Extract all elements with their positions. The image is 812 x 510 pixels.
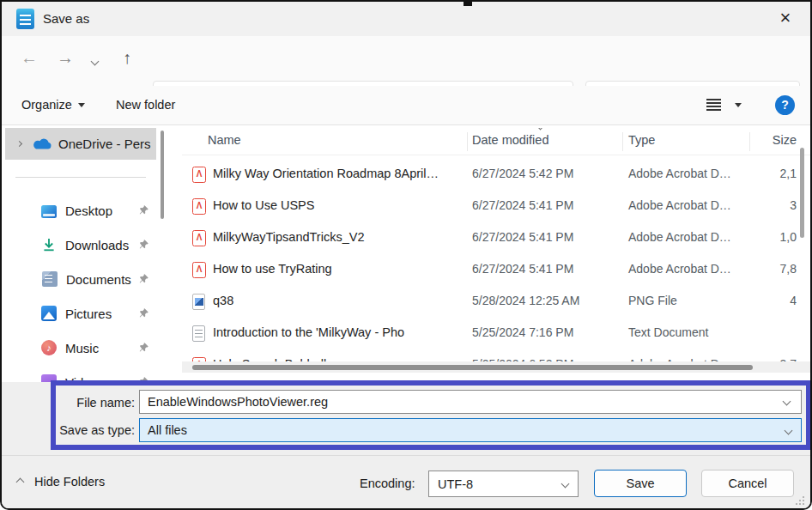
forward-icon[interactable]: → <box>57 48 74 68</box>
sidebar-item-label: OneDrive - Pers <box>58 137 151 151</box>
hide-folders-button[interactable]: Hide Folders <box>17 475 105 489</box>
screen-artifact <box>464 2 472 6</box>
onedrive-cloud-icon <box>32 137 52 150</box>
pin-icon[interactable] <box>138 204 149 216</box>
navigation-bar: ← → ↑ Documents <box>2 36 810 86</box>
up-icon[interactable]: ↑ <box>123 48 131 68</box>
folder-sidebar: OneDrive - Pers Desktop Downloads Docume… <box>2 128 158 382</box>
png-file-icon <box>192 294 205 310</box>
column-header-type[interactable]: Type <box>628 133 655 147</box>
file-name-input[interactable] <box>139 390 802 414</box>
column-header-size[interactable]: Size <box>747 133 797 147</box>
resize-grip[interactable] <box>795 495 805 506</box>
videos-icon <box>41 374 57 382</box>
desktop-icon <box>41 205 57 218</box>
column-header-name[interactable]: Name <box>208 133 241 147</box>
file-list: Name Date modified Type Size Λ Milky Way… <box>182 128 812 373</box>
expand-chevron-icon[interactable] <box>16 141 22 147</box>
sidebar-item-videos[interactable]: Videos <box>2 365 158 382</box>
column-divider <box>749 132 750 151</box>
sidebar-divider <box>15 177 146 178</box>
encoding-value: UTF-8 <box>438 477 473 491</box>
sidebar-item-onedrive[interactable]: OneDrive - Pers <box>5 128 156 160</box>
sort-descending-icon <box>536 128 545 130</box>
file-name-label: File name: <box>32 396 135 410</box>
sidebar-vertical-scrollbar[interactable] <box>160 131 165 371</box>
help-icon[interactable]: ? <box>775 95 795 115</box>
pin-icon[interactable] <box>138 273 149 284</box>
file-row[interactable]: Λ MilkyWayTipsandTricks_V2 6/27/2024 5:4… <box>182 222 812 254</box>
sidebar-item-pictures[interactable]: Pictures <box>2 296 158 331</box>
title-bar: Save as × <box>2 2 810 36</box>
hide-folders-label: Hide Folders <box>34 475 105 489</box>
documents-icon <box>42 271 58 287</box>
pdf-file-icon: Λ <box>192 262 206 278</box>
encoding-chevron-icon <box>561 480 570 489</box>
file-row[interactable]: Λ How to use TryRating 6/27/2024 5:41 PM… <box>182 254 812 286</box>
dialog-footer: Hide Folders Encoding: UTF-8 Save Cancel <box>2 456 810 510</box>
list-vertical-scrollbar[interactable] <box>799 128 805 362</box>
save-as-dialog: Save as × ← → ↑ Documents <box>0 0 812 510</box>
hide-folders-chevron-icon <box>16 477 25 486</box>
file-row[interactable]: Λ Milky Way Orientation Roadmap 8April… … <box>182 159 812 191</box>
pin-icon[interactable] <box>138 239 149 250</box>
file-row[interactable]: Introduction to the 'MilkyWay - Pho 5/25… <box>182 318 812 349</box>
downloads-icon <box>41 237 57 252</box>
pin-icon[interactable] <box>138 376 149 382</box>
column-divider <box>467 132 468 151</box>
save-as-type-label: Save as type: <box>32 423 135 437</box>
pictures-icon <box>41 306 57 321</box>
sidebar-item-music[interactable]: ♪ Music <box>2 331 158 365</box>
sidebar-item-documents[interactable]: Documents <box>2 262 158 296</box>
notepad-app-icon <box>16 9 34 29</box>
save-as-type-value: All files <box>148 423 187 437</box>
file-row[interactable]: Λ How to Use USPS 6/27/2024 5:41 PM Adob… <box>182 191 812 222</box>
file-row[interactable]: q38 5/28/2024 12:25 AM PNG File 4 <box>182 286 812 318</box>
pin-icon[interactable] <box>138 307 149 319</box>
pin-icon[interactable] <box>138 342 149 353</box>
view-options-icon[interactable] <box>706 99 721 111</box>
new-folder-button[interactable]: New folder <box>116 98 175 112</box>
encoding-combobox[interactable]: UTF-8 <box>428 471 579 497</box>
pdf-file-icon: Λ <box>192 230 206 246</box>
column-header-row: Name Date modified Type Size <box>182 128 812 155</box>
column-header-date-modified[interactable]: Date modified <box>472 133 548 147</box>
command-toolbar: Organize New folder ? <box>2 86 810 125</box>
sidebar-item-desktop[interactable]: Desktop <box>2 193 158 228</box>
pdf-file-icon: Λ <box>192 167 206 183</box>
view-options-caret-icon[interactable] <box>735 103 742 107</box>
back-icon[interactable]: ← <box>21 48 38 68</box>
cancel-button[interactable]: Cancel <box>701 470 794 497</box>
sidebar-item-downloads[interactable]: Downloads <box>2 228 158 262</box>
save-as-type-combobox[interactable]: All files <box>139 418 802 442</box>
history-chevron-down-icon[interactable] <box>91 58 100 66</box>
txt-file-icon <box>192 325 205 342</box>
column-divider <box>622 132 623 151</box>
list-horizontal-scrollbar[interactable] <box>182 361 812 373</box>
organize-button[interactable]: Organize <box>21 98 85 112</box>
save-button[interactable]: Save <box>594 470 687 497</box>
save-as-type-chevron-icon <box>785 426 793 434</box>
pdf-file-icon: Λ <box>192 198 206 215</box>
music-icon: ♪ <box>41 340 57 355</box>
close-icon[interactable]: × <box>773 7 798 31</box>
organize-caret-icon <box>78 103 85 107</box>
encoding-label: Encoding: <box>360 477 415 490</box>
window-title: Save as <box>43 11 89 26</box>
